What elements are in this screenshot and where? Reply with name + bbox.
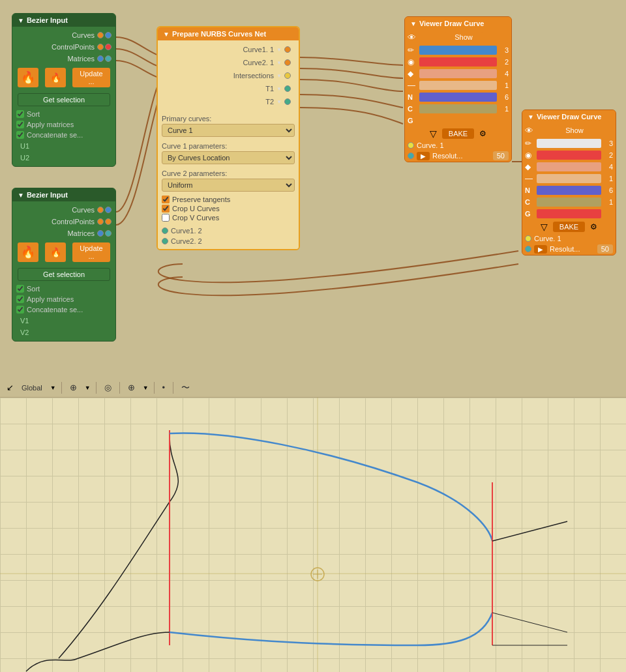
nurbs-curve2-socket[interactable] <box>284 59 291 66</box>
bezier2-update-btn[interactable]: Update ... <box>72 242 110 262</box>
bezier1-sort-check[interactable] <box>16 110 24 118</box>
viewer2-num-3: 1 <box>603 175 613 183</box>
viewer2-swatch-2[interactable] <box>537 162 601 171</box>
viewer1-curve-socket[interactable] <box>408 142 414 149</box>
viewer2-icon-4: N <box>525 186 535 194</box>
viewer1-res-btn[interactable]: ▶ <box>417 152 430 160</box>
viewer2-swatch-1[interactable] <box>537 151 601 160</box>
bezier1-mat-socket[interactable] <box>97 55 104 62</box>
bezier2-icon2[interactable]: 🔥 <box>45 242 66 262</box>
bezier1-apply-label: Apply matrices <box>27 121 74 128</box>
nurbs-curve2params-select[interactable]: Uniform By Curves Location <box>162 179 295 192</box>
viewer-draw-2-card: ▼ Viewer Draw Curve 👁 Show ✏ 3 ◉ 2 ◆ 4 <box>522 110 616 256</box>
toolbar-snap[interactable]: ⊕ <box>67 381 80 394</box>
toolbar-global[interactable]: Global <box>19 383 45 393</box>
bezier1-get-selection-btn[interactable]: Get selection <box>18 93 110 106</box>
toolbar-snap2[interactable]: ⊕ <box>125 381 138 394</box>
viewer2-settings-icon[interactable]: ⚙ <box>590 222 597 231</box>
viewer2-collapse[interactable]: ▼ <box>528 113 534 121</box>
viewer1-swatch-4[interactable] <box>419 93 497 102</box>
viewer1-bake-btn[interactable]: BAKE <box>442 128 474 139</box>
nurbs-t1-input: T1 ▼ <box>162 82 295 95</box>
viewer2-num-1: 2 <box>603 151 613 159</box>
viewer1-swatch-0[interactable] <box>419 46 497 55</box>
nurbs-primary-select[interactable]: Curve 1 Curve 2 <box>162 124 295 137</box>
bezier1-cp-socket[interactable] <box>97 44 104 50</box>
toolbar-dropdown2[interactable]: ▼ <box>85 385 91 391</box>
toolbar-dot[interactable]: • <box>160 381 168 394</box>
nurbs-curve1-socket[interactable] <box>284 46 291 53</box>
bezier1-u1-label: U1 <box>16 142 29 150</box>
nurbs-preserve-row: Preserve tangents <box>162 196 295 203</box>
viewer2-row-5: C 1 <box>522 196 616 208</box>
toolbar-wave[interactable]: 〜 <box>179 381 192 395</box>
toolbar-sep2 <box>96 382 97 394</box>
toolbar-icon-world: ↙ <box>7 383 14 392</box>
nurbs-t1-socket[interactable] <box>284 85 291 92</box>
nurbs-int-socket[interactable] <box>284 72 291 79</box>
bezier2-collapse[interactable]: ▼ <box>18 192 24 199</box>
bezier2-get-selection-btn[interactable]: Get selection <box>18 268 110 281</box>
viewer1-swatch-3[interactable] <box>419 81 497 90</box>
bezier1-apply-check[interactable] <box>16 121 24 128</box>
viewer1-swatch-2[interactable] <box>419 69 497 78</box>
viewer1-settings-icon[interactable]: ⚙ <box>479 129 486 138</box>
bezier1-collapse[interactable]: ▼ <box>18 17 24 24</box>
bezier2-cp-socket[interactable] <box>97 218 104 225</box>
bezier2-sort-check[interactable] <box>16 285 24 293</box>
bezier1-update-btn[interactable]: Update ... <box>72 68 110 87</box>
nurbs-preserve-check[interactable] <box>162 196 170 203</box>
viewer2-swatch-5[interactable] <box>537 197 601 207</box>
viewer2-res-btn[interactable]: ▶ <box>534 245 547 254</box>
viewer2-curve-socket[interactable] <box>525 235 531 242</box>
nurbs-collapse[interactable]: ▼ <box>163 31 170 38</box>
bezier1-icon2[interactable]: 🔥 <box>45 68 66 87</box>
bezier1-icon1[interactable]: 🔥 <box>18 68 38 87</box>
viewer2-swatch-0[interactable] <box>537 139 601 148</box>
viewer1-swatch-6[interactable] <box>419 116 497 125</box>
viewer1-icon-0: ✏ <box>408 46 418 55</box>
viewer1-collapse[interactable]: ▼ <box>410 20 417 27</box>
nurbs-crop-u-check[interactable] <box>162 205 170 212</box>
nurbs-crop-v-check[interactable] <box>162 214 170 222</box>
nurbs-curve2-out-socket[interactable] <box>162 238 168 244</box>
bezier1-curves-socket[interactable] <box>97 32 104 38</box>
viewer2-res-socket[interactable] <box>525 246 531 252</box>
viewer1-swatch-5[interactable] <box>419 104 497 113</box>
bezier2-apply-row: Apply matrices <box>12 294 115 304</box>
toolbar-dropdown-arrow[interactable]: ▼ <box>50 385 56 391</box>
bezier1-mat-socket2[interactable] <box>105 55 112 62</box>
viewer2-swatch-6[interactable] <box>537 209 601 218</box>
viewer2-bake-btn[interactable]: BAKE <box>553 222 585 232</box>
viewer2-num-4: 6 <box>603 186 613 194</box>
bezier2-curves-socket[interactable] <box>97 207 104 213</box>
viewer2-swatch-3[interactable] <box>537 174 601 183</box>
viewer2-bake-arrow: ▽ <box>541 222 548 232</box>
bezier1-curves-socket2[interactable] <box>105 32 112 38</box>
viewer1-show-btn[interactable]: Show <box>444 32 483 42</box>
toolbar-dropdown3[interactable]: ▼ <box>143 385 149 391</box>
bezier2-mat-socket[interactable] <box>97 230 104 237</box>
nurbs-curve1params-select[interactable]: By Curves Location Uniform <box>162 151 295 164</box>
nurbs-curve2params-label: Curve 2 parameters: <box>162 169 295 177</box>
toolbar-proportional[interactable]: ◎ <box>102 381 114 394</box>
nurbs-crop-v-row: Crop V Curves <box>162 214 295 222</box>
bezier2-curves-socket2[interactable] <box>105 207 112 213</box>
bezier2-icon1[interactable]: 🔥 <box>18 242 38 262</box>
bezier1-concat-check[interactable] <box>16 131 24 139</box>
viewer1-res-socket[interactable] <box>408 153 414 159</box>
bottom-panel: ↙ Global ▼ ⊕ ▼ ◎ ⊕ ▼ • 〜 <box>0 378 626 672</box>
viewer2-swatch-4[interactable] <box>537 186 601 195</box>
bezier-input-2: ▼ Bezier Input Curves ControlPoints Matr… <box>12 188 116 342</box>
viewer1-swatch-1[interactable] <box>419 57 497 66</box>
viewer2-show-btn[interactable]: Show <box>555 125 594 136</box>
viewer1-curve-label: Curve. 1 <box>417 141 444 149</box>
bezier2-cp-socket2[interactable] <box>105 218 112 225</box>
nurbs-t2-socket[interactable] <box>284 98 291 105</box>
nurbs-curve1-out-socket[interactable] <box>162 227 168 234</box>
bezier1-cp-socket2[interactable] <box>105 44 112 50</box>
bezier2-apply-check[interactable] <box>16 295 24 303</box>
bezier2-concat-check[interactable] <box>16 306 24 314</box>
nurbs-t2-arrow: ▼ <box>276 99 282 105</box>
bezier2-mat-socket2[interactable] <box>105 230 112 237</box>
